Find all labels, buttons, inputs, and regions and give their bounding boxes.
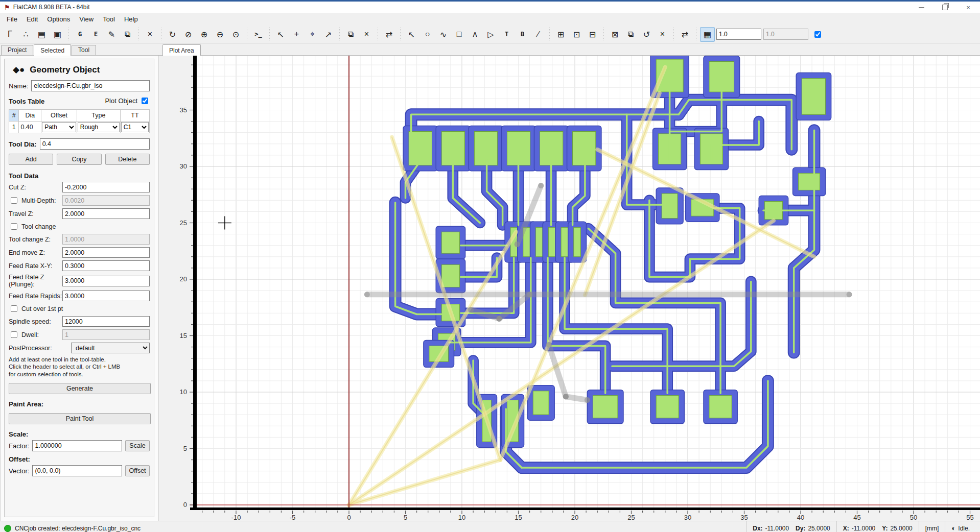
select-region-icon[interactable]: ⌖ xyxy=(305,27,320,42)
menu-help[interactable]: Help xyxy=(120,14,143,25)
dwell-input[interactable] xyxy=(62,329,150,340)
grid-y-input[interactable] xyxy=(763,29,808,40)
col-offset[interactable]: Offset xyxy=(41,110,77,122)
add-point-icon[interactable]: + xyxy=(289,27,304,42)
zoom-out-icon[interactable]: ⊖ xyxy=(213,27,227,42)
polygon-exterior-icon[interactable]: ⊡ xyxy=(569,27,584,42)
cut-z-input[interactable] xyxy=(62,182,150,192)
tab-selected[interactable]: Selected xyxy=(34,44,71,56)
restore-button[interactable] xyxy=(933,2,956,13)
multi-depth-input[interactable] xyxy=(62,195,150,206)
generate-button[interactable]: Generate xyxy=(9,383,151,394)
zoom-in-icon[interactable]: ⊕ xyxy=(197,27,212,42)
name-input[interactable] xyxy=(31,80,150,91)
plot-canvas[interactable]: -10-505101520253035404550550510152025303… xyxy=(158,56,980,521)
offset-select[interactable]: Path xyxy=(42,122,76,132)
plot-object-checkbox[interactable] xyxy=(142,98,148,104)
open-folder-icon[interactable]: ▤ xyxy=(34,27,49,42)
save-project-icon[interactable]: ▣ xyxy=(50,27,65,42)
menu-options[interactable]: Options xyxy=(42,14,75,25)
tab-plot-area[interactable]: Plot Area xyxy=(162,44,201,56)
editor-select-icon[interactable]: ↖ xyxy=(404,27,419,42)
cut-path-icon[interactable]: ⊠ xyxy=(608,27,622,42)
polygon-union-icon[interactable]: ⊞ xyxy=(553,27,568,42)
type-select[interactable]: Rough xyxy=(78,122,120,132)
travel-z-input[interactable] xyxy=(62,208,150,219)
factor-input[interactable] xyxy=(32,440,122,451)
multi-depth-checkbox[interactable] xyxy=(11,197,17,204)
tab-project[interactable]: Project xyxy=(1,45,33,55)
menu-tool[interactable]: Tool xyxy=(98,14,120,25)
col-type[interactable]: Type xyxy=(77,110,120,122)
clear-plot-icon[interactable]: ⊘ xyxy=(181,27,196,42)
copy-button[interactable]: Copy xyxy=(57,154,101,165)
copy-shape-icon[interactable]: ⧉ xyxy=(623,27,638,42)
spindle-speed-input[interactable] xyxy=(62,316,150,327)
tool-dia-input[interactable] xyxy=(40,138,150,150)
grid-snap-toggle[interactable]: ▦ xyxy=(700,27,715,42)
move-objects-icon[interactable]: ⇄ xyxy=(382,27,396,42)
cell-dia[interactable]: 0.40 xyxy=(19,122,41,133)
cut-over-first-checkbox[interactable] xyxy=(11,305,17,312)
minimize-button[interactable] xyxy=(909,2,933,13)
open-gerber-icon[interactable]: G xyxy=(73,27,87,42)
units-indicator[interactable]: [mm] xyxy=(919,521,945,532)
delete-object-icon[interactable]: × xyxy=(143,27,157,42)
feed-rate-rapids-input[interactable] xyxy=(62,291,150,301)
move-shape-icon[interactable]: ⇄ xyxy=(678,27,692,42)
edit-document-icon[interactable]: ✎ xyxy=(104,27,119,42)
replot-icon[interactable]: ↻ xyxy=(165,27,180,42)
close-button[interactable]: × xyxy=(956,2,980,13)
flatcam-plot-icon[interactable]: Γ xyxy=(3,27,17,42)
tool-change-checkbox[interactable] xyxy=(11,223,17,230)
tool-change-z-input[interactable] xyxy=(62,234,150,245)
select-arrow-icon[interactable]: ↖ xyxy=(273,27,288,42)
table-row[interactable]: 1 0.40 Path Rough C1 xyxy=(9,122,150,133)
col-dia[interactable]: Dia xyxy=(19,110,41,122)
grid-x-input[interactable] xyxy=(716,29,761,40)
import-document-icon[interactable]: ⧉ xyxy=(120,27,135,42)
tab-tool[interactable]: Tool xyxy=(72,45,96,55)
cell-num[interactable]: 1 xyxy=(9,122,19,133)
draw-rectangle-icon[interactable]: □ xyxy=(452,27,466,42)
scale-button[interactable]: Scale xyxy=(125,440,150,451)
draw-text-icon[interactable]: T xyxy=(499,27,514,42)
axis-toggle[interactable] xyxy=(814,31,821,38)
svg-text:0: 0 xyxy=(347,514,351,521)
postprocessor-select[interactable]: default xyxy=(71,343,150,353)
copy-objects-icon[interactable]: ⧉ xyxy=(343,27,358,42)
buffer-tool-icon[interactable]: B xyxy=(515,27,530,42)
command-line-icon[interactable]: >_ xyxy=(251,27,266,42)
add-button[interactable]: Add xyxy=(9,154,53,165)
delete-shape-icon[interactable]: × xyxy=(655,27,670,42)
feed-rate-xy-input[interactable] xyxy=(62,260,150,271)
plot-area[interactable]: -10-505101520253035404550550510152025303… xyxy=(158,56,980,521)
menu-view[interactable]: View xyxy=(75,14,98,25)
delete-button[interactable]: Delete xyxy=(105,154,150,165)
zoom-fit-icon[interactable]: ⊙ xyxy=(228,27,243,42)
vector-input[interactable] xyxy=(32,465,122,476)
draw-polyline-icon[interactable]: ʌ xyxy=(468,27,482,42)
points-edit-icon[interactable]: ∴ xyxy=(18,27,33,42)
vector-label: Vector: xyxy=(9,467,29,475)
menu-edit[interactable]: Edit xyxy=(22,14,42,25)
menu-file[interactable]: File xyxy=(2,14,22,25)
feed-rate-z-input[interactable] xyxy=(62,276,150,286)
col-num[interactable]: # xyxy=(9,110,19,122)
open-excellon-icon[interactable]: E xyxy=(88,27,103,42)
paint-tool-button[interactable]: Paint Tool xyxy=(9,413,151,424)
draw-arc-icon[interactable]: ∿ xyxy=(436,27,451,42)
draw-polygon-icon[interactable]: ▷ xyxy=(483,27,498,42)
end-move-z-input[interactable] xyxy=(62,247,150,258)
rotate-shape-icon[interactable]: ↺ xyxy=(639,27,654,42)
offset-button[interactable]: Offset xyxy=(125,465,150,476)
col-tt[interactable]: TT xyxy=(120,110,149,122)
tt-select[interactable]: C1 xyxy=(121,122,149,132)
fit-view-icon[interactable]: ↗ xyxy=(321,27,336,42)
paint-brush-icon[interactable]: ∕ xyxy=(531,27,546,42)
dwell-checkbox[interactable] xyxy=(11,331,17,338)
polygon-interior-icon[interactable]: ⊟ xyxy=(585,27,600,42)
cut-z-label: Cut Z: xyxy=(9,184,62,191)
draw-circle-icon[interactable]: ○ xyxy=(420,27,435,42)
delete-selected-icon[interactable]: × xyxy=(359,27,374,42)
